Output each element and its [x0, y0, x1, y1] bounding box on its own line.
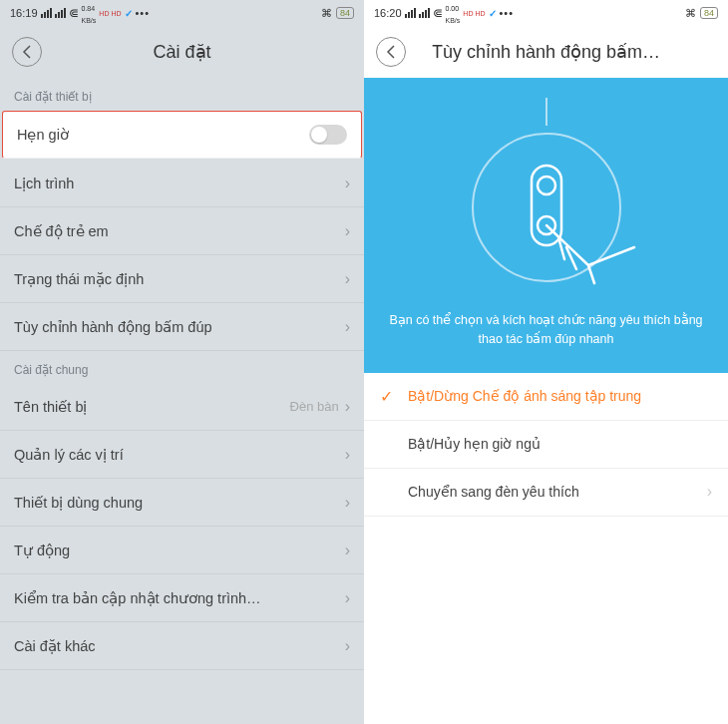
- net-speed: 0.00KB/s: [446, 1, 461, 25]
- svg-point-1: [473, 134, 620, 281]
- row-label: Tên thiết bị: [14, 399, 87, 415]
- chevron-right-icon: ›: [345, 222, 350, 240]
- signal-icon-2: [55, 8, 66, 18]
- row-firmware[interactable]: Kiểm tra bản cập nhật chương trình… ›: [0, 574, 364, 622]
- signal-icon-2: [419, 8, 430, 18]
- left-screen: 16:19 ⋐ 0.84KB/s HD HD ✓ ••• ⌘ 84 Cài đặ…: [0, 0, 364, 724]
- bluetooth-icon: ⌘: [321, 7, 332, 20]
- row-label: Cài đặt khác: [14, 638, 96, 654]
- row-default-state[interactable]: Trạng thái mặc định ›: [0, 255, 364, 303]
- option-focus-light[interactable]: ✓ Bật/Dừng Chế độ ánh sáng tập trung: [364, 373, 728, 421]
- row-label: Chế độ trẻ em: [14, 223, 109, 239]
- row-locations[interactable]: Quản lý các vị trí ›: [0, 431, 364, 479]
- battery-indicator: 84: [700, 7, 718, 19]
- row-label: Quản lý các vị trí: [14, 447, 124, 463]
- row-shared-device[interactable]: Thiết bị dùng chung ›: [0, 479, 364, 527]
- chevron-left-icon: [386, 45, 396, 59]
- chevron-right-icon: ›: [345, 637, 350, 655]
- more-icon: •••: [500, 7, 515, 19]
- row-label: Tùy chỉnh hành động bấm đúp: [14, 319, 212, 335]
- chevron-right-icon: ›: [345, 446, 350, 464]
- option-favorite-light[interactable]: Chuyển sang đèn yêu thích ›: [364, 469, 728, 517]
- header: Tùy chỉnh hành động bấm…: [364, 26, 728, 78]
- status-bar: 16:20 ⋐ 0.00KB/s HD HD ✓ ••• ⌘ 84: [364, 0, 728, 26]
- row-label: Tự động: [14, 543, 70, 558]
- wifi-icon: ⋐: [69, 6, 79, 20]
- clock: 16:19: [10, 7, 38, 19]
- check-icon: ✓: [380, 387, 402, 406]
- row-other-settings[interactable]: Cài đặt khác ›: [0, 622, 364, 670]
- chevron-right-icon: ›: [345, 318, 350, 336]
- svg-point-3: [538, 177, 555, 194]
- row-device-name[interactable]: Tên thiết bị Đèn bàn›: [0, 383, 364, 431]
- back-button[interactable]: [376, 37, 406, 67]
- chevron-right-icon: ›: [345, 398, 350, 416]
- option-label: Chuyển sang đèn yêu thích: [408, 484, 707, 500]
- hero-text: Bạn có thể chọn và kích hoạt chức năng y…: [378, 311, 714, 349]
- row-double-tap[interactable]: Tùy chỉnh hành động bấm đúp ›: [0, 303, 364, 351]
- more-icon: •••: [136, 7, 151, 19]
- chevron-right-icon: ›: [345, 542, 350, 559]
- chevron-right-icon: ›: [345, 494, 350, 512]
- page-title: Cài đặt: [153, 41, 210, 63]
- chevron-right-icon: ›: [345, 270, 350, 288]
- row-label: Kiểm tra bản cập nhật chương trình…: [14, 590, 261, 606]
- chevron-right-icon: ›: [345, 175, 350, 192]
- signal-icon: [41, 8, 52, 18]
- clock: 16:20: [374, 7, 402, 19]
- header: Cài đặt: [0, 26, 364, 78]
- page-title: Tùy chỉnh hành động bấm…: [432, 41, 660, 63]
- row-label: Lịch trình: [14, 176, 74, 191]
- net-speed: 0.84KB/s: [82, 1, 97, 25]
- signal-icon: [405, 8, 416, 18]
- row-label: Trạng thái mặc định: [14, 271, 144, 287]
- row-auto[interactable]: Tự động ›: [0, 527, 364, 574]
- wifi-icon: ⋐: [433, 6, 443, 20]
- check-icon: ✓: [125, 8, 133, 19]
- toggle-switch[interactable]: [309, 125, 347, 145]
- check-icon: ✓: [489, 8, 497, 19]
- row-value: Đèn bàn: [290, 399, 339, 414]
- option-sleep-timer[interactable]: Bật/Hủy hẹn giờ ngủ: [364, 421, 728, 469]
- row-label: Hẹn giờ: [17, 127, 69, 143]
- chevron-right-icon: ›: [707, 483, 712, 501]
- row-timer[interactable]: Hẹn giờ: [2, 111, 362, 159]
- option-label: Bật/Hủy hẹn giờ ngủ: [408, 436, 712, 452]
- section-label-general: Cài đặt chung: [0, 351, 364, 383]
- status-bar: 16:19 ⋐ 0.84KB/s HD HD ✓ ••• ⌘ 84: [0, 0, 364, 26]
- right-screen: 16:20 ⋐ 0.00KB/s HD HD ✓ ••• ⌘ 84 Tùy ch…: [364, 0, 728, 724]
- chevron-right-icon: ›: [345, 589, 350, 607]
- row-schedule[interactable]: Lịch trình ›: [0, 160, 364, 207]
- sim-indicator: HD HD: [463, 10, 485, 17]
- battery-indicator: 84: [336, 7, 354, 19]
- device-illustration: [447, 98, 646, 297]
- row-label: Thiết bị dùng chung: [14, 495, 143, 511]
- chevron-left-icon: [22, 45, 32, 59]
- row-child-mode[interactable]: Chế độ trẻ em ›: [0, 207, 364, 255]
- sim-indicator: HD HD: [99, 10, 121, 17]
- bluetooth-icon: ⌘: [685, 7, 696, 20]
- section-label-device: Cài đặt thiết bị: [0, 78, 364, 110]
- option-label: Bật/Dừng Chế độ ánh sáng tập trung: [408, 388, 712, 404]
- hero-illustration: Bạn có thể chọn và kích hoạt chức năng y…: [364, 78, 728, 373]
- back-button[interactable]: [12, 37, 42, 67]
